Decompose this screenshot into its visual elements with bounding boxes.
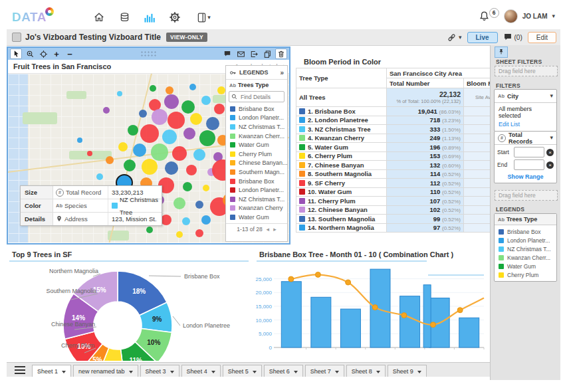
legend-item[interactable]: London Planetr... bbox=[226, 114, 287, 123]
map-mark[interactable] bbox=[173, 197, 185, 209]
map-mark[interactable] bbox=[103, 107, 110, 114]
bar[interactable] bbox=[311, 297, 331, 347]
map-mark[interactable] bbox=[106, 156, 114, 164]
table-row[interactable]: 8. Southern Magnolia114 (0.52%) bbox=[296, 169, 491, 179]
table-row[interactable]: 2. London Planetree718 (3.23%) bbox=[296, 116, 491, 125]
legend-item[interactable]: NZ Christmas T... bbox=[226, 195, 287, 204]
table-row[interactable]: 10. Water Gum110 (0.52%) bbox=[296, 187, 491, 197]
legend-item[interactable]: Water Gum bbox=[226, 213, 287, 222]
table-row[interactable]: 3. NZ Christmas Tree333 (1.50%) bbox=[296, 125, 491, 134]
map-mark[interactable] bbox=[162, 130, 177, 144]
map-mark[interactable] bbox=[176, 231, 183, 238]
overlay-bar[interactable] bbox=[423, 285, 431, 347]
database-icon[interactable] bbox=[117, 11, 132, 24]
clear-start-icon[interactable]: × bbox=[546, 149, 554, 156]
zoom-select-icon[interactable] bbox=[25, 49, 35, 58]
legend-field-header[interactable]: Ab Trees Type bbox=[495, 214, 556, 225]
line-point[interactable] bbox=[431, 322, 436, 328]
tab-dropdown-icon[interactable] bbox=[253, 371, 257, 373]
select-pointer-icon[interactable] bbox=[10, 49, 22, 59]
edit-list-link[interactable]: Edit List bbox=[499, 121, 552, 128]
charts-icon[interactable] bbox=[142, 11, 157, 24]
home-icon[interactable] bbox=[92, 11, 106, 24]
legend-item[interactable]: NZ Christmas T... bbox=[495, 245, 556, 253]
line-point[interactable] bbox=[457, 308, 463, 313]
bar[interactable] bbox=[281, 282, 301, 347]
tab-dropdown-icon[interactable] bbox=[170, 371, 174, 373]
map-mark[interactable] bbox=[140, 124, 159, 143]
map-mark[interactable] bbox=[186, 165, 197, 175]
map-mark[interactable] bbox=[96, 173, 103, 180]
map-mark[interactable] bbox=[128, 125, 138, 136]
page-prev-icon[interactable]: ◂ bbox=[267, 226, 270, 233]
sheet-tab[interactable]: Sheet 4 bbox=[181, 365, 221, 377]
legend-search-input[interactable] bbox=[239, 93, 282, 101]
map-mark[interactable] bbox=[124, 159, 136, 171]
zoom-in-icon[interactable]: + bbox=[51, 49, 62, 58]
sheet-tab[interactable]: Sheet 5 bbox=[223, 365, 262, 377]
bar[interactable] bbox=[400, 296, 420, 347]
legend-item[interactable]: Southern Magn... bbox=[226, 167, 287, 177]
map-mark[interactable] bbox=[203, 185, 209, 191]
tab-dropdown-icon[interactable] bbox=[376, 371, 380, 373]
filters-dropzone[interactable]: Drag field here bbox=[495, 190, 558, 201]
page-next-icon[interactable]: ▸ bbox=[273, 226, 277, 233]
legend-item[interactable]: NZ Christmas T... bbox=[226, 122, 287, 132]
map-mark[interactable] bbox=[183, 182, 192, 191]
map-mark[interactable] bbox=[181, 100, 195, 114]
map-mark[interactable] bbox=[150, 85, 156, 92]
range-end-input[interactable] bbox=[514, 159, 544, 170]
show-range-link[interactable]: Show Range bbox=[495, 170, 556, 183]
table-row[interactable]: 6. Cherry Plum153 (0.69%) bbox=[296, 151, 491, 161]
table-row[interactable]: 1. Brisbane Box19,041 (86.03%) bbox=[296, 107, 491, 116]
map-mark[interactable] bbox=[172, 146, 187, 161]
map-mark[interactable] bbox=[133, 144, 146, 157]
map-mark[interactable] bbox=[151, 144, 168, 161]
col-header-bloom-rate[interactable]: Bloom Rate bbox=[464, 78, 491, 88]
legend-item[interactable]: Cherry Plum bbox=[495, 270, 556, 279]
email-icon[interactable] bbox=[235, 49, 246, 58]
legend-search-box[interactable] bbox=[229, 91, 284, 102]
map-mark[interactable] bbox=[195, 201, 203, 209]
pin-panel-icon[interactable] bbox=[495, 47, 508, 58]
legend-item[interactable]: Water Gum bbox=[495, 262, 556, 270]
map-mark[interactable] bbox=[166, 86, 173, 94]
share-link-icon[interactable]: ▾ bbox=[447, 33, 462, 43]
legend-item[interactable]: Brisbane Box bbox=[495, 227, 556, 236]
map-mark[interactable] bbox=[152, 109, 168, 125]
map-mark[interactable] bbox=[193, 149, 205, 161]
table-row[interactable]: 4. Kwanzan Cherry249 (1.13%) bbox=[296, 134, 491, 143]
layout-menu-icon[interactable]: ▾ bbox=[193, 11, 214, 24]
map-mark[interactable] bbox=[214, 104, 225, 114]
app-logo[interactable]: DATA bbox=[12, 10, 47, 26]
sheet-tab[interactable]: new renamed tab bbox=[73, 365, 138, 377]
legend-item[interactable]: London Planetr... bbox=[495, 236, 556, 245]
bar[interactable] bbox=[340, 309, 360, 347]
tab-dropdown-icon[interactable] bbox=[129, 371, 133, 373]
city-filter-dropdown[interactable]: Ab City ▾ bbox=[495, 90, 556, 103]
legend-item[interactable]: Brisbane Box bbox=[226, 177, 287, 186]
legend-item[interactable]: London Planetr... bbox=[226, 185, 287, 195]
gear-icon[interactable] bbox=[168, 11, 182, 24]
map-mark[interactable] bbox=[206, 117, 219, 130]
bar[interactable] bbox=[459, 318, 479, 347]
total-records-dropdown[interactable]: # Total Records ▾ bbox=[495, 132, 556, 145]
range-start-input[interactable] bbox=[514, 147, 544, 157]
tab-dropdown-icon[interactable] bbox=[62, 371, 66, 373]
table-row[interactable]: 12. Chinese Banyan102 (0.52%) bbox=[296, 205, 491, 215]
tab-dropdown-icon[interactable] bbox=[335, 371, 339, 373]
line-point[interactable] bbox=[346, 280, 351, 285]
map-mark[interactable] bbox=[164, 94, 179, 109]
line-point[interactable] bbox=[288, 276, 294, 282]
map-mark[interactable] bbox=[183, 128, 195, 140]
bell-icon[interactable] bbox=[479, 11, 490, 22]
sheet-filters-dropzone[interactable]: Drag field here bbox=[495, 66, 558, 76]
sheet-tab[interactable]: Sheet 8 bbox=[346, 365, 386, 377]
legend-item[interactable]: Kwanzan Cherr... bbox=[226, 132, 287, 141]
delete-trash-icon[interactable] bbox=[275, 49, 287, 59]
drag-handle-icon[interactable] bbox=[140, 50, 158, 57]
legend-item[interactable]: Water Gum bbox=[226, 140, 287, 149]
legend-item[interactable]: Kwanzan Cherry bbox=[226, 204, 287, 213]
duplicate-icon[interactable] bbox=[262, 49, 273, 58]
legend-item[interactable]: Brisbane Box bbox=[226, 104, 287, 114]
